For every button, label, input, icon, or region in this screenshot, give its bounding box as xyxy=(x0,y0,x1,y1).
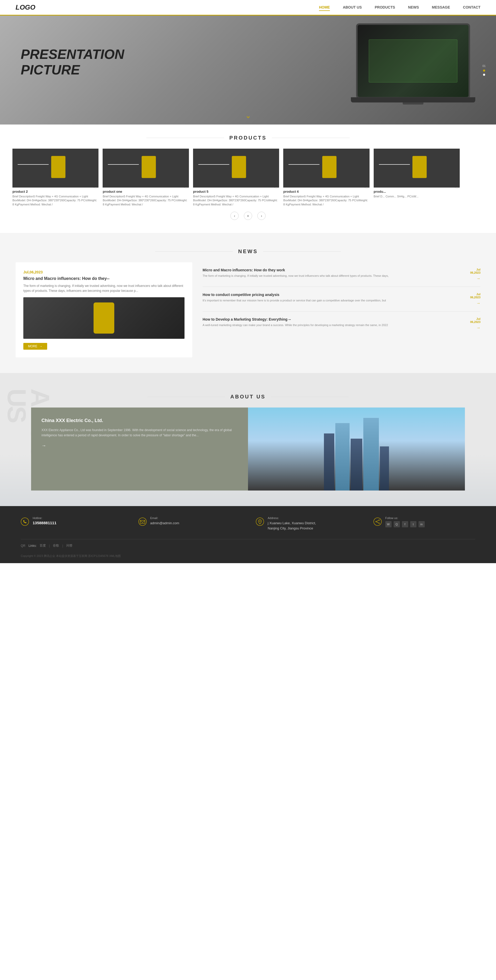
social-icon-wechat[interactable]: W xyxy=(385,521,391,527)
footer-link-3[interactable]: 问答 xyxy=(67,543,73,548)
product-image xyxy=(193,149,279,188)
product-description: Brief Description5 Freight Way + 4G Comm… xyxy=(283,194,369,207)
footer-link-2[interactable]: 谷歌 xyxy=(53,543,59,548)
scroll-down-button[interactable]: ⌄ xyxy=(245,111,251,120)
news-item-right: Jul 06,2023 → xyxy=(470,268,480,281)
product-image xyxy=(283,149,369,188)
svg-point-1 xyxy=(139,518,146,525)
footer-address-text: Address: j Xuanwu Lake, Xuanwu District,… xyxy=(268,517,316,531)
phone-graphic xyxy=(232,156,246,178)
location-icon xyxy=(256,517,264,528)
social-icon-linkedin[interactable]: in xyxy=(418,521,425,527)
footer-email-text: Email: admin@admin.com xyxy=(150,517,179,526)
product-image xyxy=(103,149,189,188)
news-item-arrow[interactable]: → xyxy=(476,326,480,330)
footer-hotline: Hotline: 13588881111 xyxy=(21,517,123,531)
product-description: Brief Description5 Freight Way + 4G Comm… xyxy=(193,194,279,207)
social-icon-qq[interactable]: Q xyxy=(394,521,400,527)
building-visual xyxy=(248,407,465,490)
copyright: Copyright © 2023 腾讯公众 本站提供资源基于互联网 苏ICP12… xyxy=(21,552,475,563)
footer-email: Email: admin@admin.com xyxy=(138,517,241,531)
svg-point-5 xyxy=(374,518,382,525)
nav-home[interactable]: HOME xyxy=(319,4,330,11)
svg-point-6 xyxy=(379,520,380,520)
about-card-text: XXX Electric Appliance Co., Ltd was foun… xyxy=(41,428,238,438)
nav-products[interactable]: PRODUCTS xyxy=(375,4,395,11)
screen-content xyxy=(358,25,469,97)
hotline-label: Hotline: xyxy=(33,517,57,520)
slide-number: 01 xyxy=(483,64,486,67)
product-description: Brief D... Comm... SH4g... PC/sW... xyxy=(374,194,460,199)
news-item-arrow[interactable]: → xyxy=(476,301,480,305)
news-item-date: Jul 06,2023 xyxy=(470,268,480,274)
carousel-next-button[interactable]: › xyxy=(257,212,266,220)
svg-point-7 xyxy=(379,523,380,524)
hero-laptop-graphic xyxy=(351,21,475,119)
nav-contact[interactable]: CONTACT xyxy=(463,4,480,11)
social-icon-twitter[interactable]: t xyxy=(410,521,417,527)
about-section: ABOUT US ABOUTUS China XXX Electric Co.,… xyxy=(0,373,496,506)
slide-indicators: 01 xyxy=(483,64,486,76)
news-item-arrow[interactable]: → xyxy=(476,276,480,281)
footer-info: Hotline: 13588881111 Email: admin@admin.… xyxy=(21,517,475,539)
svg-point-4 xyxy=(259,520,260,522)
svg-point-0 xyxy=(21,518,29,525)
building-4 xyxy=(363,418,379,490)
carousel-navigation: ‹ ⏸ › xyxy=(10,212,486,220)
news-section: NEWS Jul,06,2023 Micro and Macro influen… xyxy=(0,233,496,373)
news-item-content: How to conduct competitive pricing analy… xyxy=(203,293,471,305)
news-item-content: How to Develop a Marketing Strategy: Eve… xyxy=(203,317,471,330)
news-item-text: The form of marketing is changing. If in… xyxy=(203,274,465,278)
address-line2: Nanjing City, Jiangsu Province xyxy=(268,526,316,531)
products-section: PRODUCTS product 2 + Brief Description5 … xyxy=(0,135,496,233)
news-featured-image xyxy=(23,297,184,339)
social-icon-facebook[interactable]: f xyxy=(402,521,408,527)
email-label: Email: xyxy=(150,517,179,520)
address-line1: j Xuanwu Lake, Xuanwu District, xyxy=(268,520,316,526)
follow-us-text: Follow us: W Q f t in xyxy=(385,517,425,527)
product-name: product 4 xyxy=(283,189,298,194)
svg-rect-2 xyxy=(140,520,145,523)
news-featured-excerpt: The form of marketing is changing. If in… xyxy=(23,283,184,293)
products-carousel: product 2 + Brief Description5 Freight W… xyxy=(10,149,486,207)
address-label: Address: xyxy=(268,517,316,520)
nav-message[interactable]: MESSAGE xyxy=(432,4,450,11)
carousel-pause-button[interactable]: ⏸ xyxy=(244,212,252,220)
news-grid: Jul,06,2023 Micro and Macro influencers:… xyxy=(16,262,480,357)
product-name: product 2 xyxy=(13,189,28,194)
news-item-title: How to conduct competitive pricing analy… xyxy=(203,293,465,297)
product-card: produ... + Brief D... Comm... SH4g... PC… xyxy=(372,149,462,207)
slide-dot-2[interactable] xyxy=(483,74,485,76)
product-card: product 5 + Brief Description5 Freight W… xyxy=(191,149,281,207)
footer-address: Address: j Xuanwu Lake, Xuanwu District,… xyxy=(256,517,358,531)
slide-dot-1[interactable] xyxy=(483,70,485,72)
laptop-notch xyxy=(403,102,423,105)
featured-phone-graphic xyxy=(93,302,114,334)
news-item-title: Micro and Macro influencers: How do they… xyxy=(203,268,465,272)
earphone-visual xyxy=(103,149,189,188)
more-label: MORE xyxy=(28,344,37,348)
nav-news[interactable]: NEWS xyxy=(408,4,419,11)
building-1 xyxy=(324,433,334,490)
product-description: Brief Description5 Freight Way + 4G Comm… xyxy=(13,194,98,207)
phone-graphic xyxy=(322,156,336,178)
news-item-right: Jul 06,2023 → xyxy=(470,317,480,330)
about-title: ABOUT US xyxy=(230,394,266,400)
news-item-text: A well-tuned marketing strategy can make… xyxy=(203,323,465,327)
news-more-button[interactable]: MORE → xyxy=(23,343,47,350)
nav-links: HOME ABOUT US PRODUCTS NEWS MESSAGE CONT… xyxy=(319,4,480,11)
cord-graphic xyxy=(17,164,49,165)
hero-section: Presentation Picture 01 ⌄ xyxy=(0,16,496,124)
footer-link-1[interactable]: 百度 xyxy=(40,543,46,548)
navigation: LOGO HOME ABOUT US PRODUCTS NEWS MESSAGE… xyxy=(0,0,496,16)
building-3 xyxy=(350,439,362,490)
building-2 xyxy=(335,423,350,490)
phone-graphic xyxy=(141,156,156,178)
phone-graphic xyxy=(51,156,65,178)
about-read-more[interactable]: → xyxy=(41,443,46,448)
cord-graphic xyxy=(288,164,320,165)
hotline-value: 13588881111 xyxy=(33,520,57,525)
carousel-prev-button[interactable]: ‹ xyxy=(230,212,239,220)
nav-about[interactable]: ABOUT US xyxy=(343,4,362,11)
product-image xyxy=(13,149,98,188)
